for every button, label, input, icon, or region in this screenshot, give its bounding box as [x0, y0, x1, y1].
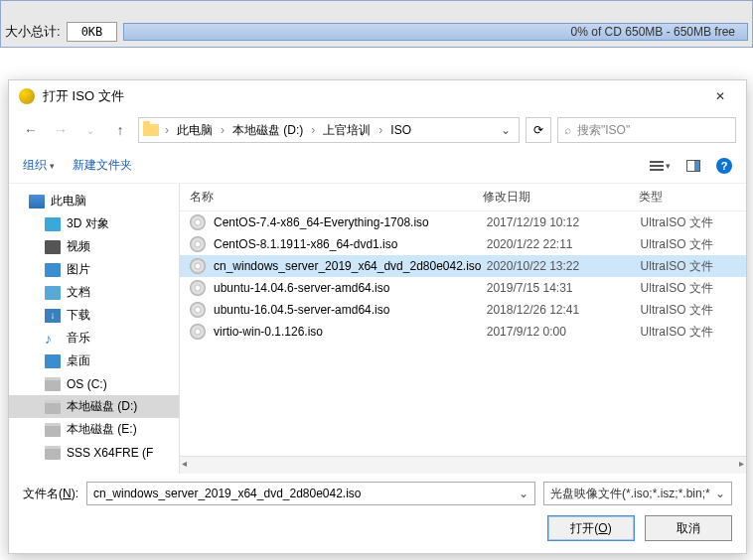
crumb-3[interactable]: ISO: [388, 123, 413, 137]
file-type: UltraISO 文件: [641, 324, 746, 341]
disc-icon: [190, 324, 206, 340]
sidebar-item[interactable]: 本地磁盘 (D:): [9, 395, 179, 418]
file-row[interactable]: CentOS-7.4-x86_64-Everything-1708.iso201…: [180, 211, 746, 233]
file-date: 2019/7/15 14:31: [487, 281, 641, 295]
file-list: CentOS-7.4-x86_64-Everything-1708.iso201…: [180, 211, 746, 456]
disc-icon: [190, 302, 206, 318]
disc-usage-bar: 0% of CD 650MB - 650MB free: [123, 23, 748, 41]
filename-label: 文件名(N):: [23, 486, 78, 502]
disc-icon: [190, 214, 206, 230]
file-name: ubuntu-16.04.5-server-amd64.iso: [214, 303, 487, 317]
crumb-2[interactable]: 上官培训: [321, 122, 373, 139]
file-row[interactable]: virtio-win-0.1.126.iso2017/9/12 0:00Ultr…: [180, 321, 746, 343]
cancel-button[interactable]: 取消: [645, 515, 732, 541]
parent-app-statusbar: 大小总计: 0KB 0% of CD 650MB - 650MB free: [0, 0, 753, 48]
addressbar-row: ← → ⌄ ↑ › 此电脑 › 本地磁盘 (D:) › 上官培训 › ISO ⌄…: [9, 112, 746, 148]
file-type: UltraISO 文件: [641, 258, 746, 275]
refresh-button[interactable]: ⟳: [526, 117, 551, 143]
sidebar-item[interactable]: 视频: [9, 235, 179, 258]
file-type-filter[interactable]: 光盘映像文件(*.iso;*.isz;*.bin;*: [543, 482, 732, 505]
sidebar-item-label: 本地磁盘 (D:): [67, 398, 137, 415]
disc-icon: [190, 280, 206, 296]
file-row[interactable]: cn_windows_server_2019_x64_dvd_2d80e042.…: [180, 255, 746, 277]
sidebar-item-label: 视频: [67, 238, 90, 255]
file-type: UltraISO 文件: [641, 280, 746, 297]
file-row[interactable]: CentOS-8.1.1911-x86_64-dvd1.iso2020/1/22…: [180, 233, 746, 255]
sidebar-item[interactable]: OS (C:): [9, 372, 179, 395]
preview-pane-button[interactable]: [686, 160, 700, 172]
file-name: CentOS-8.1.1911-x86_64-dvd1.iso: [214, 237, 487, 251]
search-input[interactable]: ⌕ 搜索"ISO": [557, 117, 736, 143]
ic-drive-icon: [45, 377, 61, 391]
crumb-0[interactable]: 此电脑: [175, 122, 215, 139]
sidebar-item-label: 此电脑: [51, 193, 86, 210]
column-name[interactable]: 名称: [190, 189, 483, 206]
file-type: UltraISO 文件: [641, 302, 746, 319]
file-type: UltraISO 文件: [641, 214, 746, 231]
sidebar-item[interactable]: 文档: [9, 281, 179, 304]
ic-drive-icon: [45, 446, 61, 460]
nav-forward-button[interactable]: →: [49, 118, 73, 142]
file-type: UltraISO 文件: [641, 236, 746, 253]
ic-music-icon: [45, 332, 61, 346]
ic-3d-icon: [45, 217, 61, 231]
file-date: 2020/1/22 22:11: [487, 237, 641, 251]
nav-up-button[interactable]: ↑: [108, 118, 132, 142]
nav-recent-dropdown[interactable]: ⌄: [78, 118, 102, 142]
ic-download-icon: [45, 309, 61, 323]
view-mode-button[interactable]: ▾: [650, 159, 671, 173]
ic-drive-icon: [45, 423, 61, 437]
crumb-1[interactable]: 本地磁盘 (D:): [230, 122, 305, 139]
sidebar-item-label: 文档: [67, 284, 90, 301]
organize-menu[interactable]: 组织: [23, 157, 55, 174]
ic-doc-icon: [45, 286, 61, 300]
column-type[interactable]: 类型: [639, 189, 746, 206]
sidebar-item[interactable]: 3D 对象: [9, 212, 179, 235]
file-date: 2020/10/22 13:22: [487, 259, 641, 273]
open-button[interactable]: 打开(O): [547, 515, 635, 541]
file-row[interactable]: ubuntu-16.04.5-server-amd64.iso2018/12/2…: [180, 299, 746, 321]
search-icon: ⌕: [564, 123, 571, 137]
new-folder-button[interactable]: 新建文件夹: [73, 157, 132, 174]
ic-video-icon: [45, 240, 61, 254]
address-dropdown-icon[interactable]: ⌄: [497, 123, 515, 137]
column-headers: 名称 修改日期 类型: [180, 184, 746, 211]
sidebar-item-label: 下载: [67, 307, 90, 324]
close-button[interactable]: [704, 84, 736, 108]
nav-back-button[interactable]: ←: [19, 118, 43, 142]
sidebar-item[interactable]: 音乐: [9, 327, 179, 350]
column-date[interactable]: 修改日期: [483, 189, 639, 206]
toolbar: 组织 新建文件夹 ▾ ?: [9, 148, 746, 184]
file-date: 2017/12/19 10:12: [487, 215, 641, 229]
file-date: 2018/12/26 12:41: [487, 303, 641, 317]
filename-input[interactable]: cn_windows_server_2019_x64_dvd_2d80e042.…: [86, 482, 535, 505]
sidebar-item-label: 图片: [67, 261, 90, 278]
horizontal-scrollbar[interactable]: [180, 456, 746, 474]
file-row[interactable]: ubuntu-14.04.6-server-amd64.iso2019/7/15…: [180, 277, 746, 299]
sidebar-item-label: SSS X64FRE (F: [67, 446, 153, 460]
ic-pc-icon: [29, 195, 45, 209]
size-total-value: 0KB: [67, 22, 118, 42]
app-icon: [19, 88, 35, 104]
open-file-dialog: 打开 ISO 文件 ← → ⌄ ↑ › 此电脑 › 本地磁盘 (D:) › 上官…: [8, 79, 747, 554]
file-name: virtio-win-0.1.126.iso: [214, 325, 487, 339]
address-breadcrumb[interactable]: › 此电脑 › 本地磁盘 (D:) › 上官培训 › ISO ⌄: [138, 117, 520, 143]
sidebar-item[interactable]: 图片: [9, 258, 179, 281]
ic-desktop-icon: [45, 354, 61, 368]
disc-icon: [190, 258, 206, 274]
file-name: CentOS-7.4-x86_64-Everything-1708.iso: [214, 215, 487, 229]
sidebar-item[interactable]: SSS X64FRE (F: [9, 441, 179, 464]
sidebar-item[interactable]: 本地磁盘 (E:): [9, 418, 179, 441]
sidebar-item-label: 本地磁盘 (E:): [67, 421, 137, 438]
sidebar-item[interactable]: 此电脑: [9, 190, 179, 212]
sidebar-item-label: OS (C:): [67, 377, 107, 391]
sidebar-item[interactable]: 下载: [9, 304, 179, 327]
ic-image-icon: [45, 263, 61, 277]
ic-drive-icon: [45, 400, 61, 414]
file-date: 2017/9/12 0:00: [487, 325, 641, 339]
dialog-titlebar: 打开 ISO 文件: [9, 80, 746, 112]
sidebar-item[interactable]: 桌面: [9, 350, 179, 372]
help-button[interactable]: ?: [716, 158, 732, 174]
folder-icon: [143, 124, 159, 136]
dialog-title: 打开 ISO 文件: [43, 87, 704, 105]
